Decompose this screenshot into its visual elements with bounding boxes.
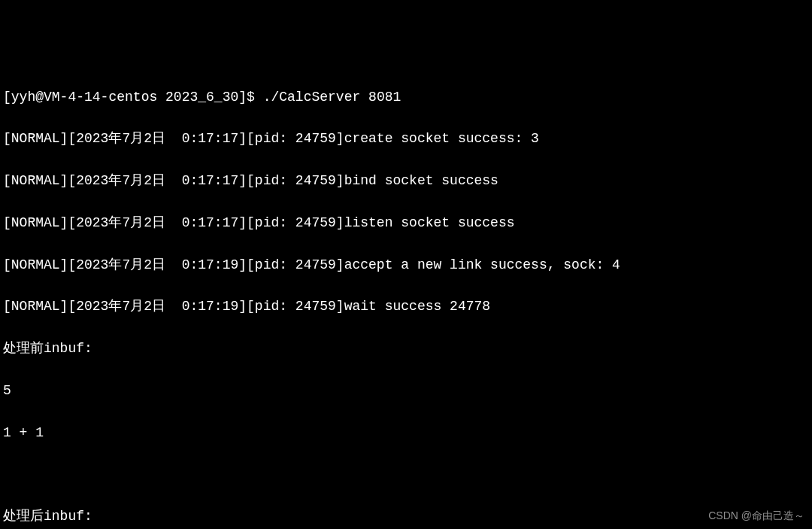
output-line: 处理后inbuf: xyxy=(3,506,809,527)
log-line: [NORMAL][2023年7月2日 0:17:19][pid: 24759]a… xyxy=(3,255,809,276)
output-line xyxy=(3,465,809,486)
prompt-line[interactable]: [yyh@VM-4-14-centos 2023_6_30]$ ./CalcSe… xyxy=(3,87,809,108)
output-line: 1 + 1 xyxy=(3,423,809,444)
log-line: [NORMAL][2023年7月2日 0:17:17][pid: 24759]b… xyxy=(3,171,809,192)
output-line: 5 xyxy=(3,381,809,402)
log-line: [NORMAL][2023年7月2日 0:17:19][pid: 24759]w… xyxy=(3,296,809,318)
output-line: 处理前inbuf: xyxy=(3,339,809,360)
csdn-watermark: CSDN @命由己造～ xyxy=(708,508,804,524)
log-line: [NORMAL][2023年7月2日 0:17:17][pid: 24759]c… xyxy=(3,129,809,150)
log-line: [NORMAL][2023年7月2日 0:17:17][pid: 24759]l… xyxy=(3,213,809,234)
